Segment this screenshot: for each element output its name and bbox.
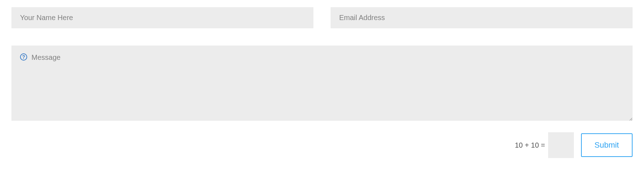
email-field[interactable] [331,7,633,28]
message-field[interactable] [11,46,633,121]
message-wrapper: ? [11,46,633,122]
contact-form: ? 10 + 10 = Submit [11,7,633,158]
captcha-answer-field[interactable] [548,132,574,158]
name-email-row [11,7,633,28]
captcha-question: 10 + 10 = [515,141,545,149]
form-footer: 10 + 10 = Submit [11,132,633,158]
submit-button[interactable]: Submit [581,133,633,157]
name-field[interactable] [11,7,313,28]
captcha-group: 10 + 10 = [515,132,574,158]
